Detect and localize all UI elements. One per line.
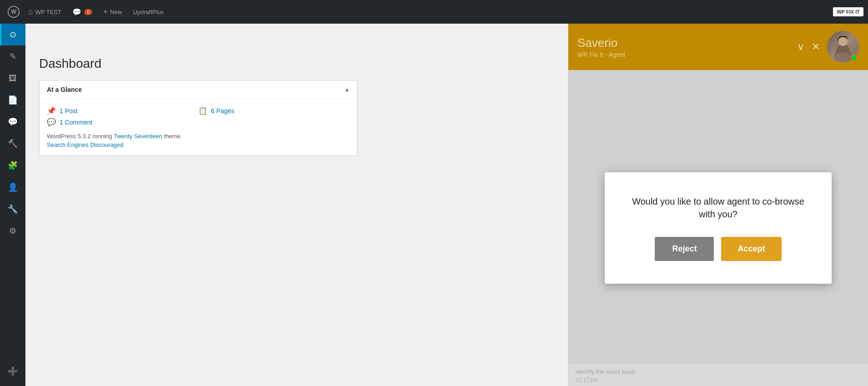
comments-badge: 0 bbox=[84, 9, 92, 15]
theme-link[interactable]: Twenty Seventeen bbox=[114, 133, 162, 140]
admin-bar-comments[interactable]: 💬 0 bbox=[67, 0, 98, 24]
users-icon: 👤 bbox=[8, 182, 18, 192]
settings-icon: ⚙ bbox=[9, 226, 16, 236]
chat-header-info: Saverio WP Fix It - Agent bbox=[577, 36, 625, 58]
home-icon: ⌂ bbox=[28, 8, 33, 16]
comments-icon: 💬 bbox=[8, 117, 18, 127]
stats-grid: 📌 1 Post 📋 6 Pages 💬 1 Comment bbox=[47, 106, 350, 126]
svg-text:W: W bbox=[11, 9, 16, 15]
pages-link[interactable]: 6 Pages bbox=[211, 107, 234, 115]
admin-bar-new[interactable]: + New bbox=[98, 0, 127, 24]
tools-icon: 🔧 bbox=[8, 204, 18, 214]
sidebar-item-collapse[interactable]: ➕ bbox=[0, 361, 25, 382]
chat-header: Saverio WP Fix It - Agent ∨ ✕ bbox=[568, 24, 868, 70]
pages-stat-icon: 📋 bbox=[198, 106, 207, 115]
site-name: WP TEST bbox=[35, 9, 61, 15]
sidebar: ⊙ ✎ 🖼 📄 💬 🔨 🧩 👤 🔧 ⚙ ➕ bbox=[0, 24, 25, 386]
search-engines-link[interactable]: Search Engines Discouraged bbox=[47, 141, 350, 148]
sidebar-item-users[interactable]: 👤 bbox=[0, 176, 25, 198]
plugin-label: UpdraftPlus bbox=[133, 9, 164, 15]
dialog-buttons: Reject Accept bbox=[632, 237, 804, 261]
dialog-message: Would you like to allow agent to co-brow… bbox=[632, 195, 804, 221]
at-a-glance-widget: At a Glance ▲ 📌 1 Post 📋 6 Pages bbox=[39, 80, 357, 156]
posts-link[interactable]: 1 Post bbox=[60, 107, 78, 115]
chat-body-wrapper: Would you like to allow agent to co-brow… bbox=[568, 70, 868, 386]
stat-posts: 📌 1 Post bbox=[47, 106, 198, 115]
comments-link[interactable]: 1 Comment bbox=[60, 119, 92, 126]
stat-comments: 💬 1 Comment bbox=[47, 118, 198, 126]
admin-bar-home[interactable]: ⌂ WP TEST bbox=[23, 0, 67, 24]
new-label: New bbox=[110, 9, 122, 15]
chat-panel: Saverio WP Fix It - Agent ∨ ✕ bbox=[568, 24, 868, 386]
widget-toggle-icon[interactable]: ▲ bbox=[344, 86, 350, 93]
dialog-overlay: Would you like to allow agent to co-brow… bbox=[568, 70, 868, 386]
sidebar-item-posts[interactable]: ✎ bbox=[0, 45, 25, 67]
plugins-icon: 🧩 bbox=[8, 160, 18, 170]
agent-role: WP Fix It - Agent bbox=[577, 51, 625, 58]
media-icon: 🖼 bbox=[9, 74, 17, 83]
chat-collapse-button[interactable]: ∨ bbox=[797, 41, 804, 53]
chat-close-button[interactable]: ✕ bbox=[812, 41, 820, 53]
widget-title: At a Glance bbox=[47, 86, 82, 93]
theme-suffix: theme. bbox=[162, 133, 182, 140]
admin-bar-updraftplus[interactable]: UpdraftPlus bbox=[127, 0, 169, 24]
sidebar-item-settings[interactable]: ⚙ bbox=[0, 220, 25, 242]
posts-icon: ✎ bbox=[10, 51, 16, 61]
agent-name: Saverio bbox=[577, 36, 625, 50]
wp-fix-logo: WP FIX IT bbox=[833, 7, 863, 16]
cobrowse-dialog: Would you like to allow agent to co-brow… bbox=[605, 172, 832, 284]
main-layout: ⊙ ✎ 🖼 📄 💬 🔨 🧩 👤 🔧 ⚙ ➕ bbox=[0, 24, 868, 386]
online-indicator bbox=[851, 55, 857, 61]
widget-body: 📌 1 Post 📋 6 Pages 💬 1 Comment bbox=[40, 99, 357, 155]
dashboard-icon: ⊙ bbox=[10, 30, 16, 40]
sidebar-item-comments[interactable]: 💬 bbox=[0, 111, 25, 133]
plus-icon: + bbox=[103, 8, 107, 16]
content-area: Screen Options ▼ Help ▼ Dashboard At a G… bbox=[25, 24, 868, 386]
appearance-icon: 🔨 bbox=[8, 139, 18, 149]
pages-icon: 📄 bbox=[8, 95, 18, 105]
sidebar-item-media[interactable]: 🖼 bbox=[0, 67, 25, 89]
sidebar-item-appearance[interactable]: 🔨 bbox=[0, 133, 25, 155]
accept-button[interactable]: Accept bbox=[721, 237, 781, 261]
wp-version-text: WordPress 5.3.2 running bbox=[47, 133, 114, 140]
chat-header-actions: ∨ ✕ bbox=[797, 31, 859, 63]
pin-icon: 📌 bbox=[47, 106, 56, 115]
sidebar-item-dashboard[interactable]: ⊙ bbox=[0, 24, 25, 45]
widget-header[interactable]: At a Glance ▲ bbox=[40, 80, 357, 99]
agent-avatar-wrap bbox=[827, 31, 859, 63]
wp-logo[interactable]: W bbox=[5, 3, 23, 21]
sidebar-item-tools[interactable]: 🔧 bbox=[0, 198, 25, 220]
collapse-icon: ➕ bbox=[8, 366, 18, 376]
reject-button[interactable]: Reject bbox=[655, 237, 714, 261]
widget-footer: WordPress 5.3.2 running Twenty Seventeen… bbox=[47, 133, 350, 148]
sidebar-item-pages[interactable]: 📄 bbox=[0, 89, 25, 111]
stat-pages: 📋 6 Pages bbox=[198, 106, 350, 115]
comment-icon: 💬 bbox=[72, 8, 81, 16]
sidebar-item-plugins[interactable]: 🧩 bbox=[0, 155, 25, 176]
comment-stat-icon: 💬 bbox=[47, 118, 56, 126]
admin-bar: W ⌂ WP TEST 💬 0 + New UpdraftPlus WP FIX… bbox=[0, 0, 868, 24]
